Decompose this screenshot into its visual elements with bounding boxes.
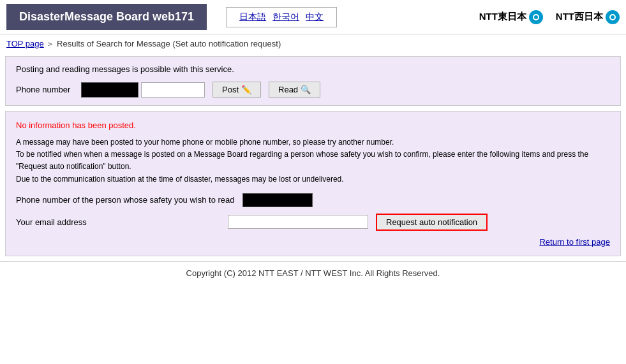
phone-input-extra[interactable] [141, 82, 205, 98]
phone-label: Phone number [16, 85, 73, 94]
lang-chinese[interactable]: 中文 [306, 11, 324, 23]
ntt-west-label: NTT西日本 [556, 11, 603, 23]
site-title: DisasterMessage Board web171 [6, 4, 207, 30]
search-icon [301, 85, 311, 94]
no-info-message: No information has been posted. [16, 120, 610, 130]
email-row: Your email address Request auto notifica… [16, 214, 610, 231]
lang-japanese[interactable]: 日本語 [239, 11, 266, 23]
safety-phone-label: Phone number of the person whose safety … [16, 195, 235, 205]
safety-phone-row: Phone number of the person whose safety … [16, 193, 610, 207]
read-button[interactable]: Read [269, 82, 320, 98]
ntt-west-logo: NTT西日本 [556, 10, 620, 24]
post-button-label: Post [222, 85, 239, 94]
breadcrumb: TOP page ＞ Results of Search for Message… [0, 34, 626, 54]
copyright-text: Copyright (C) 2012 NTT EAST / NTT WEST I… [186, 268, 440, 278]
request-button-label: Request auto notification [386, 217, 477, 227]
breadcrumb-top-link[interactable]: TOP page [6, 39, 44, 48]
pencil-icon [241, 85, 251, 94]
ntt-east-logo: NTT東日本 [479, 10, 543, 24]
return-to-first-page-link[interactable]: Return to first page [539, 237, 610, 247]
lang-korean[interactable]: 한국어 [272, 11, 299, 23]
phone-row: Phone number Post Read [16, 82, 610, 98]
safety-phone-input[interactable] [242, 193, 313, 207]
top-section: Posting and reading messages is possible… [5, 56, 621, 106]
post-button[interactable]: Post [212, 82, 261, 98]
ntt-west-circle-icon [606, 10, 620, 24]
phone-input-masked[interactable] [81, 82, 138, 98]
email-input[interactable] [228, 215, 368, 229]
info-text-block: A message may have been posted to your h… [16, 136, 610, 186]
read-button-label: Read [278, 85, 298, 94]
return-link-row: Return to first page [16, 237, 610, 247]
breadcrumb-separator: ＞ [46, 39, 54, 48]
info-line3: Due to the communication situation at th… [16, 173, 610, 186]
phone-input-group [81, 82, 205, 98]
request-notification-button[interactable]: Request auto notification [376, 214, 488, 231]
info-line1: A message may have been posted to your h… [16, 136, 610, 149]
ntt-east-circle-icon [529, 10, 543, 24]
header: DisasterMessage Board web171 日本語 한국어 中文 … [0, 0, 626, 34]
footer: Copyright (C) 2012 NTT EAST / NTT WEST I… [0, 261, 626, 284]
results-section: No information has been posted. A messag… [5, 111, 621, 256]
language-selector: 日本語 한국어 中文 [226, 7, 337, 27]
top-info-text: Posting and reading messages is possible… [16, 64, 610, 74]
ntt-east-label: NTT東日本 [479, 11, 526, 23]
info-line2: To be notified when when a message is po… [16, 149, 610, 173]
ntt-logos: NTT東日本 NTT西日本 [479, 10, 620, 24]
breadcrumb-current: Results of Search for Message (Set auto … [57, 39, 281, 48]
email-label: Your email address [16, 217, 220, 227]
